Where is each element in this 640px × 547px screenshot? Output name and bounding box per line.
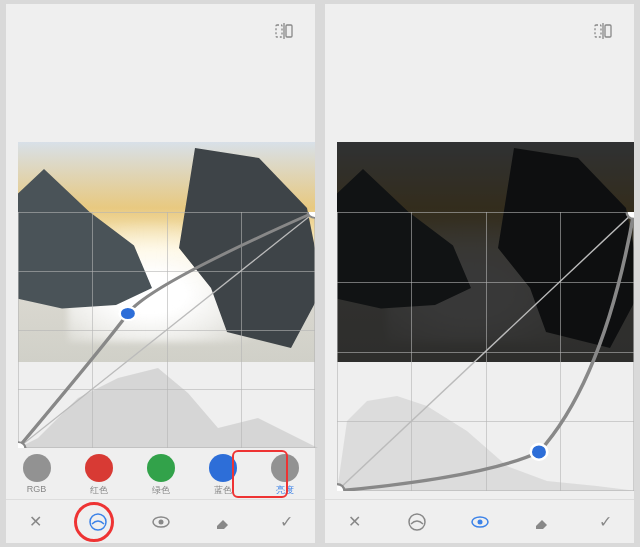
channel-label: RGB xyxy=(27,484,47,494)
curves-editor-right: ✕ ✓ xyxy=(325,4,634,543)
style-icon[interactable] xyxy=(87,511,109,533)
svg-point-13 xyxy=(477,519,482,524)
curves-canvas[interactable] xyxy=(6,58,315,448)
eye-icon[interactable] xyxy=(469,511,491,533)
eraser-icon[interactable] xyxy=(212,511,234,533)
compare-icon[interactable] xyxy=(594,22,612,40)
svg-point-6 xyxy=(158,519,163,524)
close-icon[interactable]: ✕ xyxy=(343,511,365,533)
channel-label: 绿色 xyxy=(152,484,170,497)
compare-icon[interactable] xyxy=(275,22,293,40)
channel-red[interactable]: 红色 xyxy=(76,454,122,497)
channel-luminance[interactable]: 亮度 xyxy=(262,454,308,497)
svg-point-4 xyxy=(90,514,106,530)
bottom-toolbar: ✕ ✓ xyxy=(6,499,315,543)
curve-handle-mid[interactable] xyxy=(120,307,137,320)
close-icon[interactable]: ✕ xyxy=(24,511,46,533)
style-icon[interactable] xyxy=(406,511,428,533)
channel-green[interactable]: 绿色 xyxy=(138,454,184,497)
curve-handle-mid[interactable] xyxy=(531,444,548,460)
tone-curve[interactable] xyxy=(18,212,315,448)
svg-rect-8 xyxy=(605,25,611,37)
channel-swatches: RGB 红色 绿色 蓝色 亮度 xyxy=(6,448,315,499)
svg-point-11 xyxy=(409,514,425,530)
top-toolbar xyxy=(325,4,634,58)
tone-curve[interactable] xyxy=(337,212,634,491)
curves-canvas[interactable] xyxy=(325,58,634,491)
svg-line-10 xyxy=(337,212,634,491)
channel-label: 亮度 xyxy=(276,484,294,497)
check-icon[interactable]: ✓ xyxy=(275,511,297,533)
curves-editor-left: RGB 红色 绿色 蓝色 亮度 ✕ ✓ xyxy=(6,4,315,543)
channel-blue[interactable]: 蓝色 xyxy=(200,454,246,497)
svg-line-3 xyxy=(18,212,315,448)
bottom-toolbar: ✕ ✓ xyxy=(325,499,634,543)
eraser-icon[interactable] xyxy=(531,511,553,533)
svg-rect-1 xyxy=(286,25,292,37)
channel-rgb[interactable]: RGB xyxy=(14,454,60,497)
svg-rect-0 xyxy=(276,25,282,37)
channel-label: 蓝色 xyxy=(214,484,232,497)
svg-rect-7 xyxy=(595,25,601,37)
channel-label: 红色 xyxy=(90,484,108,497)
eye-icon[interactable] xyxy=(150,511,172,533)
check-icon[interactable]: ✓ xyxy=(594,511,616,533)
top-toolbar xyxy=(6,4,315,58)
